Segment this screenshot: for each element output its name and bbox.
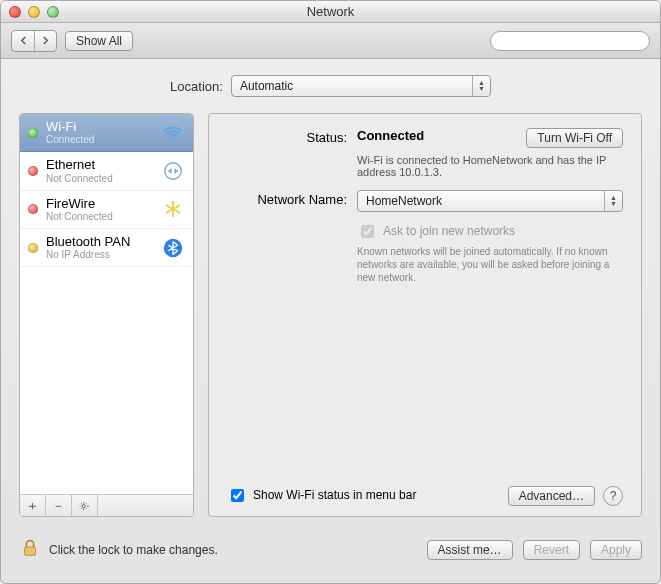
network-name-row: Network Name: HomeNetwork ▲▼ [227, 190, 623, 212]
location-label: Location: [170, 79, 223, 94]
bluetooth-icon [161, 236, 185, 260]
status-value: Connected [357, 128, 424, 143]
service-status: Not Connected [46, 173, 153, 184]
search-field[interactable] [490, 31, 650, 51]
show-menu-label: Show Wi-Fi status in menu bar [253, 488, 416, 502]
status-dot-icon [28, 128, 38, 138]
service-name: Wi-Fi [46, 120, 153, 134]
firewire-icon [161, 197, 185, 221]
search-input[interactable] [501, 33, 655, 49]
network-name-popup[interactable]: HomeNetwork ▲▼ [357, 190, 623, 212]
window-footer: Click the lock to make changes. Assist m… [1, 527, 660, 576]
service-firewire[interactable]: FireWire Not Connected [20, 191, 193, 229]
traffic-lights [9, 6, 59, 18]
svg-point-6 [82, 504, 85, 507]
ask-join-checkbox[interactable] [361, 225, 374, 238]
add-service-button[interactable]: ＋ [20, 495, 46, 516]
turn-wifi-off-button[interactable]: Turn Wi-Fi Off [526, 128, 623, 148]
svg-point-2 [172, 137, 175, 140]
ethernet-icon [161, 159, 185, 183]
titlebar: Network [1, 1, 660, 23]
status-dot-icon [28, 204, 38, 214]
network-name-label: Network Name: [227, 190, 347, 207]
close-icon[interactable] [9, 6, 21, 18]
wifi-icon [161, 121, 185, 145]
back-button[interactable] [12, 31, 34, 51]
zoom-icon[interactable] [47, 6, 59, 18]
details-pane: Status: Connected Turn Wi-Fi Off Wi-Fi i… [208, 113, 642, 517]
popup-arrows-icon: ▲▼ [472, 76, 490, 96]
status-dot-icon [28, 243, 38, 253]
service-bluetooth-pan[interactable]: Bluetooth PAN No IP Address [20, 229, 193, 267]
advanced-button[interactable]: Advanced… [508, 486, 595, 506]
status-description: Wi-Fi is connected to HomeNetwork and ha… [357, 154, 617, 178]
show-all-label: Show All [76, 34, 122, 48]
network-prefs-window: Network Show All Location: Automatic ▲▼ [0, 0, 661, 584]
popup-arrows-icon: ▲▼ [604, 191, 622, 211]
service-wifi[interactable]: Wi-Fi Connected [20, 114, 193, 152]
remove-service-button[interactable]: － [46, 495, 72, 516]
ask-join-label: Ask to join new networks [383, 224, 515, 238]
service-name: Ethernet [46, 158, 153, 172]
nav-back-forward [11, 30, 57, 52]
location-popup[interactable]: Automatic ▲▼ [231, 75, 491, 97]
forward-button[interactable] [34, 31, 56, 51]
network-name-value: HomeNetwork [366, 194, 442, 208]
gear-icon [78, 499, 91, 513]
revert-button[interactable]: Revert [523, 540, 580, 560]
lock-row: Click the lock to make changes. [19, 537, 218, 562]
service-action-button[interactable] [72, 495, 98, 516]
ask-join-hint: Known networks will be joined automatica… [357, 245, 617, 284]
window-title: Network [1, 4, 660, 19]
svg-point-4 [170, 206, 176, 212]
service-status: Connected [46, 134, 153, 145]
service-ethernet[interactable]: Ethernet Not Connected [20, 152, 193, 190]
status-row: Status: Connected Turn Wi-Fi Off Wi-Fi i… [227, 128, 623, 178]
ask-join-row: Ask to join new networks Known networks … [227, 224, 623, 284]
location-row: Location: Automatic ▲▼ [19, 75, 642, 97]
details-footer: Show Wi-Fi status in menu bar Advanced… … [227, 486, 623, 506]
sidebar-footer: ＋ － [20, 494, 193, 516]
svg-point-3 [165, 163, 182, 180]
content-area: Location: Automatic ▲▼ Wi-Fi Connected [1, 59, 660, 527]
main-area: Wi-Fi Connected Ethernet Not Connected [19, 113, 642, 517]
help-button[interactable]: ? [603, 486, 623, 506]
service-status: No IP Address [46, 249, 153, 260]
show-menu-checkbox[interactable] [231, 489, 244, 502]
svg-rect-7 [25, 547, 36, 555]
services-sidebar: Wi-Fi Connected Ethernet Not Connected [19, 113, 194, 517]
status-dot-icon [28, 166, 38, 176]
status-label: Status: [227, 128, 347, 145]
help-icon: ? [610, 489, 617, 503]
assist-me-button[interactable]: Assist me… [427, 540, 513, 560]
service-name: FireWire [46, 197, 153, 211]
toolbar: Show All [1, 23, 660, 59]
services-list: Wi-Fi Connected Ethernet Not Connected [20, 114, 193, 494]
service-status: Not Connected [46, 211, 153, 222]
service-name: Bluetooth PAN [46, 235, 153, 249]
location-value: Automatic [240, 79, 293, 93]
minimize-icon[interactable] [28, 6, 40, 18]
lock-icon[interactable] [19, 537, 41, 562]
show-all-button[interactable]: Show All [65, 31, 133, 51]
apply-button[interactable]: Apply [590, 540, 642, 560]
lock-text: Click the lock to make changes. [49, 543, 218, 557]
